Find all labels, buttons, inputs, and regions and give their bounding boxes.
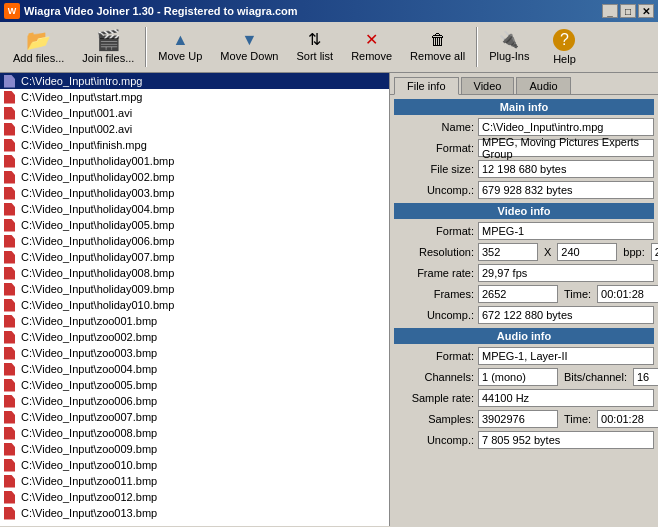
channels-value: 1 (mono) [478,368,558,386]
channels-row: Channels: 1 (mono) Bits/channel: 16 [394,368,654,386]
file-list-scroll[interactable]: C:\Video_Input\intro.mpgC:\Video_Input\s… [0,73,389,526]
list-item[interactable]: C:\Video_Input\start.mpg [0,89,389,105]
file-name: C:\Video_Input\holiday009.bmp [21,283,174,295]
file-name: C:\Video_Input\holiday003.bmp [21,187,174,199]
file-icon [4,122,18,136]
list-item[interactable]: C:\Video_Input\zoo002.bmp [0,329,389,345]
remove-icon: ✕ [365,32,378,48]
move-down-button[interactable]: ▼ Move Down [211,28,287,66]
atime-label: Time: [564,413,591,425]
help-button[interactable]: ? Help [538,25,590,69]
file-icon [4,458,18,472]
move-up-button[interactable]: ▲ Move Up [149,28,211,66]
file-name: C:\Video_Input\zoo010.bmp [21,459,157,471]
list-item[interactable]: C:\Video_Input\zoo001.bmp [0,313,389,329]
toolbar: 📂 Add files... 🎬 Join files... ▲ Move Up… [0,22,658,73]
file-name: C:\Video_Input\zoo001.bmp [21,315,157,327]
file-icon [4,138,18,152]
samples-group: 3902976 Time: 00:01:28 [478,410,619,428]
list-item[interactable]: C:\Video_Input\zoo003.bmp [0,345,389,361]
remove-all-label: Remove all [410,50,465,62]
aformat-label: Format: [394,350,474,362]
info-panel: Main info Name: C:\Video_Input\intro.mpg… [390,95,658,526]
list-item[interactable]: C:\Video_Input\holiday007.bmp [0,249,389,265]
sort-list-button[interactable]: ⇅ Sort list [287,28,342,66]
list-item[interactable]: C:\Video_Input\zoo012.bmp [0,489,389,505]
file-name: C:\Video_Input\002.avi [21,123,132,135]
frames-row: Frames: 2652 Time: 00:01:28 [394,285,654,303]
filesize-label: File size: [394,163,474,175]
list-item[interactable]: C:\Video_Input\zoo006.bmp [0,393,389,409]
sort-list-label: Sort list [296,50,333,62]
list-item[interactable]: C:\Video_Input\zoo005.bmp [0,377,389,393]
format-value: MPEG, Moving Pictures Experts Group [478,139,654,157]
list-item[interactable]: C:\Video_Input\zoo004.bmp [0,361,389,377]
list-item[interactable]: C:\Video_Input\zoo013.bmp [0,505,389,521]
list-item[interactable]: C:\Video_Input\holiday001.bmp [0,153,389,169]
resolution-w: 352 [478,243,538,261]
main-info-header: Main info [394,99,654,115]
tab-video[interactable]: Video [461,77,515,94]
resolution-group: 352 X 240 bpp: 24 [478,243,604,261]
move-up-label: Move Up [158,50,202,62]
list-item[interactable]: C:\Video_Input\001.avi [0,105,389,121]
list-item[interactable]: C:\Video_Input\intro.mpg [0,73,389,89]
remove-all-button[interactable]: 🗑 Remove all [401,28,474,66]
x-separator: X [544,246,551,258]
bpp-label: bpp: [623,246,644,258]
close-button[interactable]: ✕ [638,4,654,18]
name-row: Name: C:\Video_Input\intro.mpg [394,118,654,136]
list-item[interactable]: C:\Video_Input\zoo008.bmp [0,425,389,441]
file-icon [4,154,18,168]
file-name: C:\Video_Input\holiday006.bmp [21,235,174,247]
join-files-button[interactable]: 🎬 Join files... [73,26,143,68]
file-icon [4,202,18,216]
add-files-button[interactable]: 📂 Add files... [4,26,73,68]
list-item[interactable]: C:\Video_Input\holiday002.bmp [0,169,389,185]
list-item[interactable]: C:\Video_Input\holiday010.bmp [0,297,389,313]
samplerate-value: 44100 Hz [478,389,654,407]
move-down-icon: ▼ [241,32,257,48]
bitschan-label: Bits/channel: [564,371,627,383]
list-item[interactable]: C:\Video_Input\holiday003.bmp [0,185,389,201]
auncomp-row: Uncomp.: 7 805 952 bytes [394,431,654,449]
framerate-label: Frame rate: [394,267,474,279]
list-item[interactable]: C:\Video_Input\zoo010.bmp [0,457,389,473]
file-icon [4,186,18,200]
right-panel: File info Video Audio Main info Name: C:… [390,73,658,526]
list-item[interactable]: C:\Video_Input\zoo009.bmp [0,441,389,457]
list-item[interactable]: C:\Video_Input\holiday005.bmp [0,217,389,233]
atime-value: 00:01:28 [597,410,658,428]
list-item[interactable]: C:\Video_Input\holiday008.bmp [0,265,389,281]
list-item[interactable]: C:\Video_Input\holiday004.bmp [0,201,389,217]
help-icon: ? [553,29,575,51]
file-name: C:\Video_Input\zoo006.bmp [21,395,157,407]
plug-ins-button[interactable]: 🔌 Plug-Ins [480,28,538,66]
file-name: C:\Video_Input\zoo013.bmp [21,507,157,519]
maximize-button[interactable]: □ [620,4,636,18]
file-name: C:\Video_Input\zoo002.bmp [21,331,157,343]
filesize-value: 12 198 680 bytes [478,160,654,178]
minimize-button[interactable]: _ [602,4,618,18]
file-name: C:\Video_Input\zoo011.bmp [21,475,157,487]
file-icon [4,474,18,488]
list-item[interactable]: C:\Video_Input\finish.mpg [0,137,389,153]
channels-label: Channels: [394,371,474,383]
tab-file-info[interactable]: File info [394,77,459,95]
file-icon [4,410,18,424]
file-name: C:\Video_Input\zoo008.bmp [21,427,157,439]
vformat-row: Format: MPEG-1 [394,222,654,240]
list-item[interactable]: C:\Video_Input\holiday006.bmp [0,233,389,249]
file-icon [4,234,18,248]
remove-button[interactable]: ✕ Remove [342,28,401,66]
list-item[interactable]: C:\Video_Input\holiday009.bmp [0,281,389,297]
list-item[interactable]: C:\Video_Input\zoo007.bmp [0,409,389,425]
file-icon [4,490,18,504]
file-name: C:\Video_Input\finish.mpg [21,139,147,151]
file-name: C:\Video_Input\holiday008.bmp [21,267,174,279]
list-item[interactable]: C:\Video_Input\002.avi [0,121,389,137]
list-item[interactable]: C:\Video_Input\zoo011.bmp [0,473,389,489]
file-icon [4,266,18,280]
file-icon [4,282,18,296]
tab-audio[interactable]: Audio [516,77,570,94]
